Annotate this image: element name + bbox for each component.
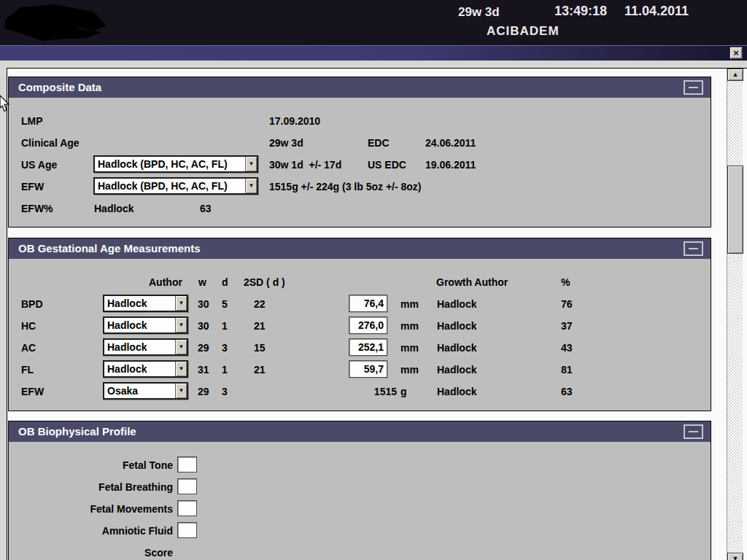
efw-label: EFW [21, 181, 44, 192]
weeks-value: 29 [198, 386, 209, 397]
days-value: 1 [222, 320, 228, 332]
collapse-icon[interactable] [684, 424, 703, 439]
weeks-value: 31 [198, 364, 209, 376]
edc-label: EDC [368, 137, 390, 149]
selected-author: Hadlock [104, 341, 175, 353]
efw-pct-author: Hadlock [94, 203, 133, 214]
measurement-input[interactable]: 59,7 [349, 360, 387, 378]
vertical-scrollbar[interactable]: ▲ ▼ [727, 69, 743, 560]
us-edc-value: 19.06.2011 [425, 159, 476, 171]
percentile-value: 76 [561, 298, 573, 310]
unit-label: mm [400, 364, 419, 376]
section-title: OB Biophysical Profile [18, 425, 136, 438]
section-title: OB Gestational Age Measurements [18, 242, 201, 254]
scrollbar-thumb[interactable] [727, 166, 743, 254]
us-age-label: US Age [21, 159, 57, 171]
growth-author: Hadlock [437, 298, 476, 310]
author-select[interactable]: Hadlock ▼ [103, 316, 188, 334]
col-percentile: % [561, 276, 570, 288]
weeks-value: 30 [198, 298, 209, 310]
efw-pct-label: EFW% [21, 203, 53, 214]
section-title: Composite Data [18, 81, 101, 93]
author-select[interactable]: Hadlock ▼ [103, 360, 188, 378]
days-value: 3 [222, 342, 228, 354]
efw-pct-value: 63 [200, 203, 212, 214]
window-title-strip [0, 45, 747, 61]
collapse-icon[interactable] [684, 241, 703, 256]
weeks-value: 30 [198, 320, 209, 332]
growth-author: Hadlock [437, 364, 476, 376]
growth-author: Hadlock [437, 342, 476, 354]
chevron-down-icon[interactable]: ▼ [245, 157, 257, 171]
chevron-down-icon[interactable]: ▼ [175, 318, 187, 332]
unit-label: mm [400, 298, 419, 310]
days-value: 3 [222, 386, 228, 397]
fetal-breathing-label: Fetal Breathing [9, 481, 173, 493]
weeks-value: 29 [198, 342, 209, 354]
clinical-age-label: Clinical Age [21, 137, 80, 149]
chevron-down-icon[interactable]: ▼ [175, 296, 187, 311]
scroll-down-icon[interactable]: ▼ [727, 553, 743, 560]
selected-author: Hadlock [104, 363, 175, 375]
section-header: OB Biophysical Profile [9, 421, 711, 442]
clock-time: 13:49:18 [554, 4, 607, 19]
sd-value: 22 [254, 298, 266, 310]
fetal-movements-input[interactable] [177, 500, 197, 516]
close-icon[interactable]: × [729, 47, 743, 59]
chevron-down-icon[interactable]: ▼ [175, 384, 187, 398]
selected-author: Hadlock [104, 298, 175, 309]
efw-value: 1515g +/- 224g (3 lb 5oz +/- 8oz) [269, 181, 422, 192]
row-label: EFW [21, 386, 44, 397]
col-d: d [222, 276, 228, 288]
section-header: OB Gestational Age Measurements [9, 238, 711, 259]
gestational-age-display: 29w 3d [458, 5, 500, 20]
chevron-down-icon[interactable]: ▼ [175, 340, 187, 354]
col-w: w [198, 276, 206, 288]
fetal-movements-label: Fetal Movements [9, 503, 173, 515]
col-growth-author: Growth Author [436, 276, 508, 288]
fetal-breathing-input[interactable] [177, 478, 197, 494]
section-biophysical-profile: OB Biophysical Profile Fetal Tone Fetal … [8, 421, 711, 560]
efw-formula-select[interactable]: Hadlock (BPD, HC, AC, FL) ▼ [93, 177, 258, 195]
section-header: Composite Data [9, 77, 711, 98]
redacted-patient-name [0, 0, 131, 45]
selected-author: Osaka [104, 385, 175, 397]
us-edc-label: US EDC [368, 159, 406, 171]
row-label: FL [21, 364, 34, 376]
efw-grams-value: 1515 [349, 386, 397, 397]
percentile-value: 81 [561, 364, 573, 376]
chevron-down-icon[interactable]: ▼ [245, 179, 257, 193]
selected-formula: Hadlock (BPD, HC, AC, FL) [95, 158, 245, 170]
measurement-input[interactable]: 276,0 [349, 316, 387, 334]
col-author: Author [149, 276, 182, 288]
col-2sd: 2SD ( d ) [244, 276, 285, 288]
growth-author: Hadlock [437, 320, 476, 332]
days-value: 1 [222, 364, 228, 376]
collapse-icon[interactable] [684, 80, 703, 95]
measurement-input[interactable]: 252,1 [349, 338, 387, 356]
fetal-tone-label: Fetal Tone [9, 459, 173, 471]
selected-author: Hadlock [104, 319, 175, 331]
edc-value: 24.06.2011 [425, 137, 476, 149]
growth-author: Hadlock [437, 386, 476, 397]
status-bar: 29w 3d 13:49:18 11.04.2011 ACIBADEM [0, 0, 747, 45]
row-label: AC [21, 342, 36, 354]
lmp-value: 17.09.2010 [269, 115, 320, 127]
author-select[interactable]: Osaka ▼ [103, 382, 188, 400]
chevron-down-icon[interactable]: ▼ [175, 362, 187, 376]
mouse-cursor-icon [0, 95, 12, 114]
row-label: HC [21, 320, 36, 332]
measurement-input[interactable]: 76,4 [349, 295, 387, 312]
scroll-up-icon[interactable]: ▲ [727, 69, 743, 81]
amniotic-fluid-input[interactable] [177, 522, 197, 538]
fetal-tone-input[interactable] [177, 456, 197, 472]
author-select[interactable]: Hadlock ▼ [103, 295, 188, 312]
days-value: 5 [222, 298, 228, 310]
score-label: Score [9, 547, 173, 559]
unit-label: mm [400, 320, 419, 332]
clock-date: 11.04.2011 [624, 4, 689, 19]
row-label: BPD [21, 298, 43, 310]
us-age-formula-select[interactable]: Hadlock (BPD, HC, AC, FL) ▼ [93, 155, 258, 173]
percentile-value: 63 [561, 386, 573, 397]
author-select[interactable]: Hadlock ▼ [103, 338, 188, 356]
